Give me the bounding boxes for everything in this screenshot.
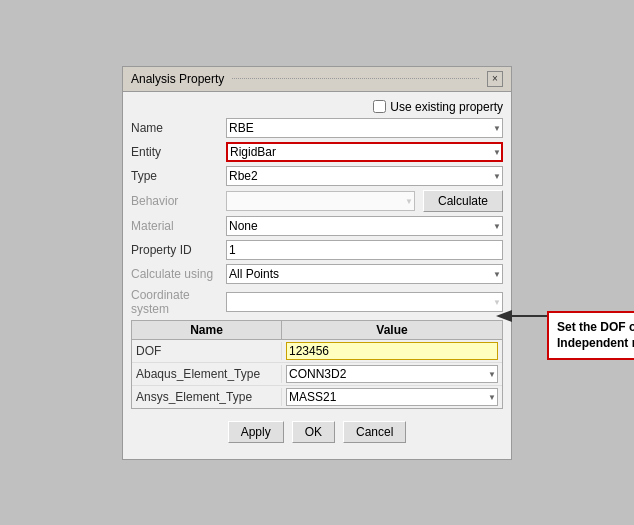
properties-table: Name Value DOF Abaqus_Element_Type bbox=[131, 320, 503, 409]
close-button[interactable]: × bbox=[487, 71, 503, 87]
calculate-using-row: Calculate using All Points bbox=[131, 264, 503, 284]
annotation-text: Set the DOF of the Independent node bbox=[557, 320, 634, 351]
name-row: Name RBE bbox=[131, 118, 503, 138]
annotation-callout: Set the DOF of the Independent node bbox=[547, 311, 634, 361]
abaqus-name-cell: Abaqus_Element_Type bbox=[132, 365, 282, 383]
ansys-value-cell: MASS21 bbox=[282, 386, 502, 408]
dof-input[interactable] bbox=[286, 342, 498, 360]
material-row: Material None bbox=[131, 216, 503, 236]
coordinate-system-row: Coordinate system bbox=[131, 288, 503, 316]
coordinate-system-wrapper bbox=[226, 292, 503, 312]
name-label: Name bbox=[131, 121, 226, 135]
name-select[interactable]: RBE bbox=[226, 118, 503, 138]
type-label: Type bbox=[131, 169, 226, 183]
behavior-row: Behavior Calculate bbox=[131, 190, 503, 212]
title-bar-dots bbox=[232, 78, 479, 79]
entity-row: Entity RigidBar bbox=[131, 142, 503, 162]
property-id-row: Property ID 1 bbox=[131, 240, 503, 260]
table-row: DOF bbox=[132, 340, 502, 363]
dof-name-cell: DOF bbox=[132, 342, 282, 360]
dialog-body: Use existing property Name RBE Entity Ri… bbox=[123, 92, 511, 459]
bottom-buttons: Apply OK Cancel bbox=[131, 421, 503, 451]
material-label: Material bbox=[131, 219, 226, 233]
ansys-select-wrapper: MASS21 bbox=[286, 388, 498, 406]
value-column-header: Value bbox=[282, 321, 502, 339]
coordinate-system-label: Coordinate system bbox=[131, 288, 226, 316]
calculate-using-label: Calculate using bbox=[131, 267, 226, 281]
coordinate-system-select[interactable] bbox=[226, 292, 503, 312]
table-row: Ansys_Element_Type MASS21 bbox=[132, 386, 502, 408]
type-row: Type Rbe2 bbox=[131, 166, 503, 186]
table-row: Abaqus_Element_Type CONN3D2 bbox=[132, 363, 502, 386]
ok-button[interactable]: OK bbox=[292, 421, 335, 443]
behavior-select bbox=[226, 191, 415, 211]
material-select-wrapper: None bbox=[226, 216, 503, 236]
property-id-label: Property ID bbox=[131, 243, 226, 257]
table-header: Name Value bbox=[132, 321, 502, 340]
ansys-element-type-select[interactable]: MASS21 bbox=[286, 388, 498, 406]
abaqus-value-cell: CONN3D2 bbox=[282, 363, 502, 385]
name-select-wrapper: RBE bbox=[226, 118, 503, 138]
name-column-header: Name bbox=[132, 321, 282, 339]
entity-select[interactable]: RigidBar bbox=[226, 142, 503, 162]
abaqus-select-wrapper: CONN3D2 bbox=[286, 365, 498, 383]
apply-button[interactable]: Apply bbox=[228, 421, 284, 443]
type-select-wrapper: Rbe2 bbox=[226, 166, 503, 186]
ansys-name-cell: Ansys_Element_Type bbox=[132, 388, 282, 406]
behavior-select-wrapper bbox=[226, 191, 415, 211]
abaqus-element-type-select[interactable]: CONN3D2 bbox=[286, 365, 498, 383]
entity-label: Entity bbox=[131, 145, 226, 159]
calculate-using-select[interactable]: All Points bbox=[226, 264, 503, 284]
dialog-title: Analysis Property bbox=[131, 72, 224, 86]
analysis-property-dialog: Analysis Property × Use existing propert… bbox=[122, 66, 512, 460]
calculate-using-wrapper: All Points bbox=[226, 264, 503, 284]
material-select[interactable]: None bbox=[226, 216, 503, 236]
behavior-label: Behavior bbox=[131, 194, 226, 208]
calculate-button[interactable]: Calculate bbox=[423, 190, 503, 212]
title-bar: Analysis Property × bbox=[123, 67, 511, 92]
type-select[interactable]: Rbe2 bbox=[226, 166, 503, 186]
property-id-input[interactable]: 1 bbox=[226, 240, 503, 260]
use-existing-area: Use existing property bbox=[131, 100, 503, 114]
use-existing-label: Use existing property bbox=[390, 100, 503, 114]
dof-value-cell bbox=[282, 340, 502, 362]
use-existing-checkbox[interactable] bbox=[373, 100, 386, 113]
cancel-button[interactable]: Cancel bbox=[343, 421, 406, 443]
entity-select-wrapper: RigidBar bbox=[226, 142, 503, 162]
